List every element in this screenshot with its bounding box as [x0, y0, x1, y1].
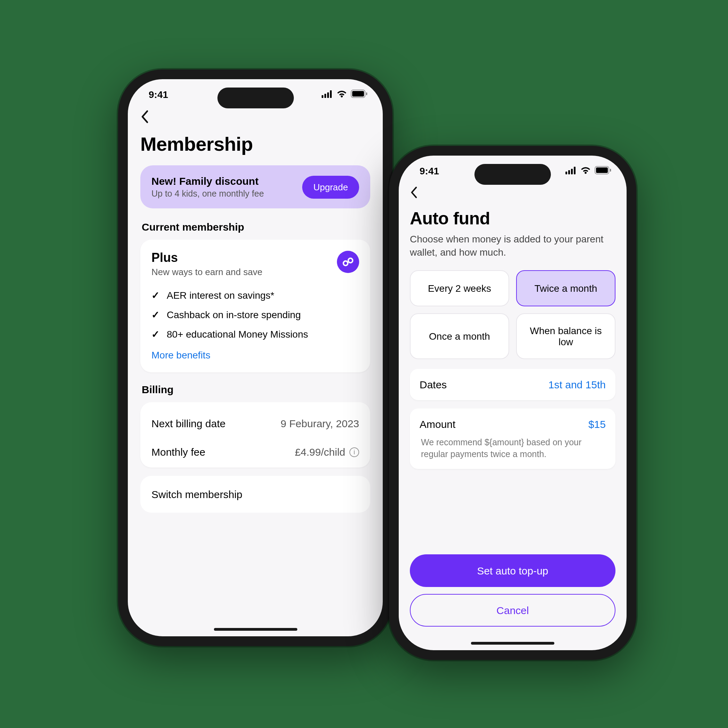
- svg-rect-6: [366, 92, 367, 95]
- brand-logo-icon: [337, 251, 359, 273]
- frequency-twice-a-month[interactable]: Twice a month: [516, 270, 615, 306]
- page-title: Membership: [140, 133, 370, 156]
- svg-rect-9: [566, 171, 567, 174]
- dates-label: Dates: [419, 379, 447, 390]
- frequency-once-a-month[interactable]: Once a month: [410, 313, 509, 359]
- wifi-icon: [580, 165, 591, 176]
- status-time: 9:41: [419, 165, 439, 176]
- monthly-fee-value: £4.99/child: [295, 446, 345, 458]
- svg-rect-0: [322, 95, 323, 98]
- svg-point-7: [344, 261, 348, 266]
- battery-icon: [595, 165, 611, 176]
- device-notch: [217, 87, 294, 109]
- svg-rect-2: [327, 92, 329, 98]
- check-icon: ✓: [151, 309, 160, 320]
- more-benefits-link[interactable]: More benefits: [151, 349, 211, 361]
- device-notch: [474, 164, 551, 185]
- svg-rect-10: [568, 170, 570, 174]
- svg-rect-15: [610, 169, 611, 171]
- home-indicator[interactable]: [214, 628, 297, 631]
- benefit-item: ✓Cashback on in-store spending: [151, 305, 359, 324]
- check-icon: ✓: [151, 329, 160, 340]
- signal-icon: [566, 165, 577, 176]
- svg-rect-3: [330, 90, 332, 98]
- svg-rect-11: [571, 169, 573, 174]
- monthly-fee-row: Monthly fee £4.99/child i: [151, 437, 359, 466]
- amount-row[interactable]: Amount $15: [419, 418, 606, 430]
- signal-icon: [322, 89, 333, 100]
- amount-value: $15: [588, 418, 606, 430]
- svg-rect-12: [574, 167, 575, 174]
- amount-card: Amount $15 We recommend ${amount} based …: [410, 408, 615, 469]
- svg-rect-5: [352, 91, 364, 96]
- back-button[interactable]: [410, 180, 418, 204]
- next-billing-value: 9 Feburary, 2023: [281, 418, 359, 429]
- switch-membership-button[interactable]: Switch membership: [140, 476, 370, 513]
- home-indicator[interactable]: [471, 642, 554, 645]
- plan-tagline: New ways to earn and save: [151, 267, 262, 277]
- wifi-icon: [336, 89, 347, 100]
- svg-point-8: [349, 258, 353, 263]
- status-time: 9:41: [149, 89, 168, 100]
- dates-row[interactable]: Dates 1st and 15th: [410, 369, 615, 400]
- battery-icon: [351, 89, 367, 100]
- next-billing-label: Next billing date: [151, 418, 225, 429]
- page-subtitle: Choose when money is added to your paren…: [410, 233, 615, 259]
- plan-name: Plus: [151, 251, 262, 265]
- svg-rect-1: [324, 94, 326, 98]
- page-title: Auto fund: [410, 208, 615, 229]
- frequency-options: Every 2 weeks Twice a month Once a month…: [410, 270, 615, 359]
- billing-heading: Billing: [142, 384, 369, 395]
- billing-card: Next billing date 9 Feburary, 2023 Month…: [140, 402, 370, 468]
- next-billing-row: Next billing date 9 Feburary, 2023: [151, 409, 359, 437]
- cancel-button[interactable]: Cancel: [410, 594, 615, 627]
- monthly-fee-label: Monthly fee: [151, 446, 205, 458]
- set-auto-topup-button[interactable]: Set auto top-up: [410, 554, 615, 587]
- info-icon[interactable]: i: [349, 447, 359, 457]
- upgrade-button[interactable]: Upgrade: [302, 175, 359, 198]
- phone-membership: 9:41 Membership New! Family discount Up …: [118, 69, 393, 646]
- promo-subtitle: Up to 4 kids, one monthly fee: [151, 189, 264, 199]
- amount-label: Amount: [419, 418, 455, 430]
- check-icon: ✓: [151, 290, 160, 301]
- svg-rect-14: [596, 167, 608, 173]
- benefit-item: ✓AER interest on savings*: [151, 286, 359, 305]
- current-membership-heading: Current membership: [142, 221, 369, 233]
- promo-banner: New! Family discount Up to 4 kids, one m…: [140, 165, 370, 208]
- back-button[interactable]: [140, 106, 149, 129]
- dates-value: 1st and 15th: [548, 379, 606, 390]
- frequency-balance-low[interactable]: When balance is low: [516, 313, 615, 359]
- plan-card: Plus New ways to earn and save ✓AER inte…: [140, 240, 370, 372]
- promo-title: New! Family discount: [151, 175, 264, 187]
- frequency-every-2-weeks[interactable]: Every 2 weeks: [410, 270, 509, 306]
- recommend-text: We recommend ${amount} based on your reg…: [419, 430, 606, 460]
- benefit-item: ✓80+ educational Money Missions: [151, 324, 359, 344]
- phone-autofund: 9:41 Auto fund Choose when money is adde…: [389, 146, 636, 660]
